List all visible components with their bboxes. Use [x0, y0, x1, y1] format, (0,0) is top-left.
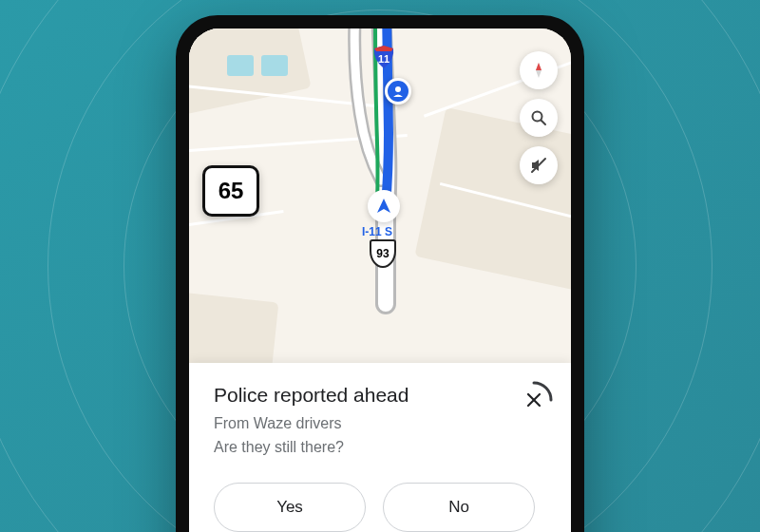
mute-button[interactable]: [520, 146, 558, 184]
mute-icon: [529, 156, 548, 175]
alert-source: From Waze drivers: [214, 412, 546, 436]
alert-question: Are they still there?: [214, 436, 546, 460]
yes-button[interactable]: Yes: [214, 483, 366, 532]
interstate-shield-icon: 11: [370, 44, 397, 70]
search-button[interactable]: [520, 99, 558, 137]
search-icon: [530, 109, 547, 126]
phone-screen: 11 I-11 S 93 65: [189, 28, 571, 532]
current-location-arrow: [368, 190, 400, 222]
speed-limit-value: 65: [218, 178, 244, 204]
interstate-number: 11: [378, 53, 390, 65]
dismiss-button[interactable]: [514, 380, 554, 420]
yes-label: Yes: [276, 498, 303, 517]
us-route-shield: 93: [370, 239, 396, 268]
alert-prompt-sheet: Police reported ahead From Waze drivers …: [189, 363, 571, 532]
police-marker-icon[interactable]: [385, 78, 411, 104]
compass-icon: [529, 61, 548, 80]
no-button[interactable]: No: [383, 483, 535, 532]
no-label: No: [448, 498, 469, 517]
svg-point-0: [395, 86, 401, 92]
svg-line-2: [542, 121, 546, 125]
alert-title: Police reported ahead: [214, 384, 546, 407]
compass-button[interactable]: [520, 51, 558, 89]
phone-frame: 11 I-11 S 93 65: [176, 15, 584, 532]
speed-limit-sign: 65: [202, 165, 259, 217]
close-icon: [514, 380, 554, 420]
us-route-number: 93: [376, 247, 389, 260]
route-label: I-11 S: [362, 225, 392, 238]
